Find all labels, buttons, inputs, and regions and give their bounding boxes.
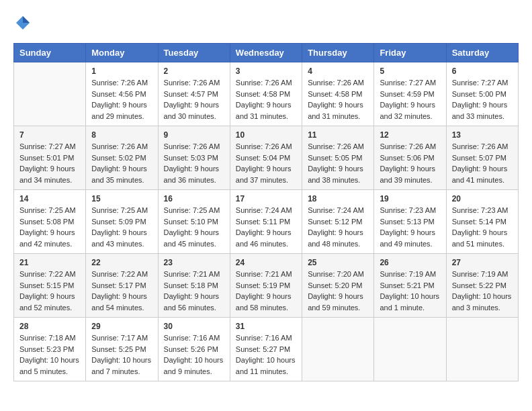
day-info: Sunrise: 7:26 AM Sunset: 5:07 PM Dayligh… — [452, 141, 513, 185]
daylight-text: Daylight: 9 hours and 52 minutes. — [19, 292, 75, 312]
sunrise-text: Sunrise: 7:19 AM — [380, 270, 436, 278]
calendar-cell: 25 Sunrise: 7:20 AM Sunset: 5:20 PM Dayl… — [302, 254, 374, 318]
logo-icon — [13, 13, 32, 32]
sunset-text: Sunset: 4:56 PM — [91, 90, 146, 98]
daylight-text: Daylight: 9 hours and 32 minutes. — [380, 101, 435, 120]
sunset-text: Sunset: 5:12 PM — [308, 218, 362, 226]
calendar-cell — [374, 318, 446, 381]
calendar-cell: 23 Sunrise: 7:21 AM Sunset: 5:18 PM Dayl… — [158, 254, 230, 318]
day-number: 12 — [380, 130, 440, 140]
sunset-text: Sunset: 5:13 PM — [380, 218, 434, 226]
sunset-text: Sunset: 4:57 PM — [164, 90, 218, 98]
sunrise-text: Sunrise: 7:26 AM — [164, 79, 220, 87]
sunset-text: Sunset: 5:18 PM — [164, 281, 218, 289]
day-number: 25 — [308, 258, 368, 267]
day-info: Sunrise: 7:26 AM Sunset: 5:05 PM Dayligh… — [308, 141, 368, 185]
calendar-cell: 19 Sunrise: 7:23 AM Sunset: 5:13 PM Dayl… — [374, 190, 446, 254]
sunrise-text: Sunrise: 7:23 AM — [380, 206, 436, 214]
day-info: Sunrise: 7:26 AM Sunset: 4:56 PM Dayligh… — [91, 77, 152, 122]
day-number: 26 — [380, 258, 440, 267]
day-number: 1 — [91, 66, 152, 76]
calendar-cell: 11 Sunrise: 7:26 AM Sunset: 5:05 PM Dayl… — [302, 126, 374, 190]
calendar-cell: 20 Sunrise: 7:23 AM Sunset: 5:14 PM Dayl… — [446, 190, 518, 254]
daylight-text: Daylight: 10 hours and 11 minutes. — [236, 356, 296, 375]
calendar-cell: 2 Sunrise: 7:26 AM Sunset: 4:57 PM Dayli… — [158, 62, 230, 126]
calendar-cell: 17 Sunrise: 7:24 AM Sunset: 5:11 PM Dayl… — [230, 190, 302, 254]
sunset-text: Sunset: 5:09 PM — [91, 218, 146, 226]
sunrise-text: Sunrise: 7:16 AM — [164, 334, 220, 342]
daylight-text: Daylight: 10 hours and 9 minutes. — [164, 356, 224, 375]
day-info: Sunrise: 7:26 AM Sunset: 5:03 PM Dayligh… — [164, 141, 224, 185]
sunrise-text: Sunrise: 7:26 AM — [91, 79, 148, 87]
day-number: 20 — [452, 194, 513, 203]
day-number: 28 — [19, 322, 80, 331]
logo — [13, 13, 35, 32]
sunrise-text: Sunrise: 7:26 AM — [308, 142, 364, 150]
day-info: Sunrise: 7:24 AM Sunset: 5:11 PM Dayligh… — [236, 205, 296, 249]
sunrise-text: Sunrise: 7:27 AM — [452, 79, 508, 87]
day-number: 8 — [91, 130, 152, 140]
calendar-cell: 24 Sunrise: 7:21 AM Sunset: 5:19 PM Dayl… — [230, 254, 302, 318]
svg-marker-1 — [23, 16, 30, 23]
daylight-text: Daylight: 9 hours and 37 minutes. — [236, 165, 292, 184]
sunset-text: Sunset: 5:15 PM — [19, 281, 74, 289]
sunset-text: Sunset: 4:58 PM — [236, 90, 290, 98]
sunset-text: Sunset: 5:08 PM — [19, 218, 74, 226]
weekday-header-tuesday: Tuesday — [158, 44, 230, 62]
calendar-cell: 6 Sunrise: 7:27 AM Sunset: 5:00 PM Dayli… — [446, 62, 518, 126]
weekday-header-wednesday: Wednesday — [230, 44, 302, 62]
day-number: 27 — [452, 258, 513, 267]
day-number: 19 — [380, 194, 440, 203]
daylight-text: Daylight: 9 hours and 45 minutes. — [164, 228, 220, 248]
calendar-cell: 22 Sunrise: 7:22 AM Sunset: 5:17 PM Dayl… — [86, 254, 158, 318]
calendar-cell: 15 Sunrise: 7:25 AM Sunset: 5:09 PM Dayl… — [86, 190, 158, 254]
calendar-cell: 14 Sunrise: 7:25 AM Sunset: 5:08 PM Dayl… — [14, 190, 86, 254]
day-number: 31 — [236, 322, 296, 331]
day-number: 10 — [236, 130, 296, 140]
daylight-text: Daylight: 9 hours and 42 minutes. — [19, 228, 75, 248]
sunrise-text: Sunrise: 7:17 AM — [91, 334, 148, 342]
calendar-week-row: 28 Sunrise: 7:18 AM Sunset: 5:23 PM Dayl… — [14, 318, 519, 381]
day-number: 23 — [164, 258, 224, 267]
day-info: Sunrise: 7:26 AM Sunset: 5:04 PM Dayligh… — [236, 141, 296, 185]
day-info: Sunrise: 7:26 AM Sunset: 5:02 PM Dayligh… — [91, 141, 152, 185]
daylight-text: Daylight: 9 hours and 56 minutes. — [164, 292, 220, 312]
sunrise-text: Sunrise: 7:26 AM — [236, 142, 292, 150]
daylight-text: Daylight: 9 hours and 29 minutes. — [91, 101, 147, 120]
day-number: 24 — [236, 258, 296, 267]
calendar-cell: 13 Sunrise: 7:26 AM Sunset: 5:07 PM Dayl… — [446, 126, 518, 190]
daylight-text: Daylight: 9 hours and 30 minutes. — [164, 101, 220, 120]
daylight-text: Daylight: 9 hours and 34 minutes. — [19, 165, 75, 184]
day-number: 11 — [308, 130, 368, 140]
daylight-text: Daylight: 9 hours and 48 minutes. — [308, 228, 363, 248]
day-number: 16 — [164, 194, 224, 203]
daylight-text: Daylight: 9 hours and 39 minutes. — [380, 165, 435, 184]
calendar-cell — [302, 318, 374, 381]
sunset-text: Sunset: 5:02 PM — [91, 154, 146, 162]
calendar-cell: 7 Sunrise: 7:27 AM Sunset: 5:01 PM Dayli… — [14, 126, 86, 190]
weekday-header-saturday: Saturday — [446, 44, 518, 62]
calendar-week-row: 1 Sunrise: 7:26 AM Sunset: 4:56 PM Dayli… — [14, 62, 519, 126]
calendar-cell: 21 Sunrise: 7:22 AM Sunset: 5:15 PM Dayl… — [14, 254, 86, 318]
sunrise-text: Sunrise: 7:26 AM — [380, 142, 436, 150]
sunrise-text: Sunrise: 7:26 AM — [164, 142, 220, 150]
day-number: 5 — [380, 66, 440, 76]
calendar-cell: 29 Sunrise: 7:17 AM Sunset: 5:25 PM Dayl… — [86, 318, 158, 381]
weekday-header-monday: Monday — [86, 44, 158, 62]
day-info: Sunrise: 7:26 AM Sunset: 5:06 PM Dayligh… — [380, 141, 440, 185]
sunrise-text: Sunrise: 7:26 AM — [91, 142, 148, 150]
calendar-cell: 27 Sunrise: 7:19 AM Sunset: 5:22 PM Dayl… — [446, 254, 518, 318]
calendar-cell: 3 Sunrise: 7:26 AM Sunset: 4:58 PM Dayli… — [230, 62, 302, 126]
sunrise-text: Sunrise: 7:25 AM — [19, 206, 76, 214]
sunrise-text: Sunrise: 7:27 AM — [380, 79, 436, 87]
sunset-text: Sunset: 5:17 PM — [91, 281, 146, 289]
daylight-text: Daylight: 9 hours and 31 minutes. — [308, 101, 363, 120]
sunrise-text: Sunrise: 7:23 AM — [452, 206, 508, 214]
sunrise-text: Sunrise: 7:26 AM — [236, 79, 292, 87]
sunrise-text: Sunrise: 7:24 AM — [308, 206, 364, 214]
sunrise-text: Sunrise: 7:18 AM — [19, 334, 76, 342]
calendar-cell — [446, 318, 518, 381]
sunrise-text: Sunrise: 7:16 AM — [236, 334, 292, 342]
daylight-text: Daylight: 9 hours and 38 minutes. — [308, 165, 363, 184]
sunset-text: Sunset: 5:03 PM — [164, 154, 218, 162]
